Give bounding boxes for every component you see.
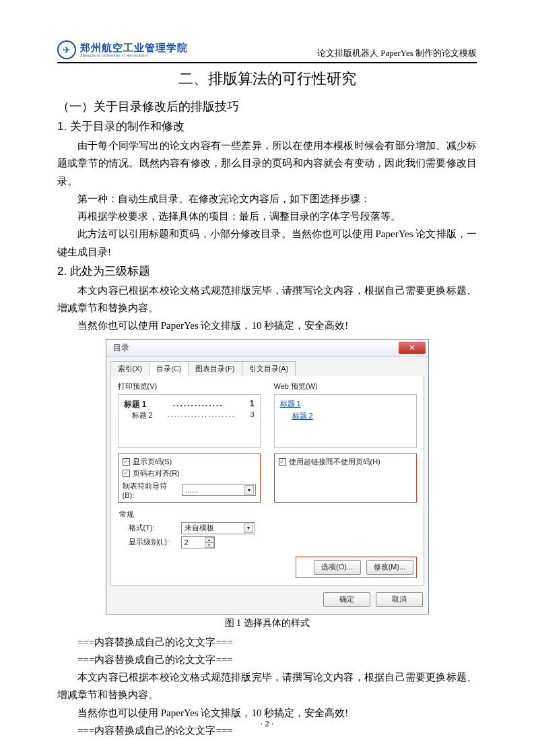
dialog-titlebar: 目录 ✕ <box>106 340 428 357</box>
section-heading-1: （一）关于目录修改后的排版技巧 <box>57 98 477 115</box>
hyperlink-option-group: ✓ 使用超链接而不使用页码(H) <box>274 453 417 503</box>
format-combo[interactable]: 来自模板 ▾ <box>181 522 255 534</box>
cancel-button[interactable]: 取消 <box>376 592 423 607</box>
levels-spinner[interactable]: 2 ▴▾ <box>181 536 215 548</box>
tab-leader-value: ...... <box>185 486 197 494</box>
subsection-heading-2: 2. 此处为三级标题 <box>57 263 477 279</box>
chevron-down-icon: ▾ <box>244 524 253 533</box>
dots-icon: .................... <box>167 410 235 420</box>
format-label: 格式(T): <box>129 523 176 533</box>
tab-leader-combo[interactable]: ...... ▾ <box>182 484 255 496</box>
dialog-tabs: 索引(X) 目录(C) 图表目录(F) 引文目录(A) <box>106 357 428 376</box>
modify-button[interactable]: 修改(M)... <box>366 560 413 575</box>
preview-link-1[interactable]: 标题 1 <box>280 399 411 409</box>
tab-toc[interactable]: 目录(C) <box>149 361 189 376</box>
levels-value: 2 <box>182 538 205 546</box>
preview-link-2[interactable]: 标题 2 <box>292 411 411 421</box>
hyperlink-label: 使用超链接而不使用页码(H) <box>289 457 380 467</box>
right-align-checkbox[interactable]: ✓ 页码右对齐(R) <box>123 468 256 478</box>
print-preview-label: 打印预览(V) <box>118 381 261 391</box>
logo: ✈ 郑州航空工业管理学院 Zhengzhou University of Aer… <box>57 40 188 59</box>
right-align-label: 页码右对齐(R) <box>133 468 180 478</box>
paragraph: ===内容替换成自己的论文文字=== <box>57 651 477 668</box>
dialog-figure: 目录 ✕ 索引(X) 目录(C) 图表目录(F) 引文目录(A) 打印预览(V)… <box>57 339 477 615</box>
tab-citations[interactable]: 引文目录(A) <box>242 361 296 376</box>
tab-figures[interactable]: 图表目录(F) <box>188 361 242 376</box>
tab-index[interactable]: 索引(X) <box>110 361 150 376</box>
general-section-label: 常规 <box>119 509 417 519</box>
paragraph: ===内容替换成自己的论文文字=== <box>57 633 477 651</box>
paragraph: 第一种：自动生成目录。在修改完论文内容后，如下图选择步骤： <box>57 190 477 208</box>
preview-page2: 3 <box>250 410 254 420</box>
logo-text: 郑州航空工业管理学院 Zhengzhou University of Aeron… <box>80 43 188 57</box>
dots-icon: .............. <box>173 399 224 410</box>
close-button[interactable]: ✕ <box>399 342 426 354</box>
subsection-heading-1: 1. 关于目录的制作和修改 <box>57 119 477 134</box>
paragraph: 再根据学校要求，选择具体的项目：最后，调整目录的字体字号段落等。 <box>57 208 477 225</box>
paragraph: 本文内容已根据本校论文格式规范排版完毕，请撰写论文内容，根据自己需要更换标题、增… <box>57 668 477 704</box>
web-preview-box: 标题 1 标题 2 <box>274 394 417 448</box>
show-page-label: 显示页码(S) <box>133 457 172 467</box>
figure-caption: 图 1 选择具体的样式 <box>57 617 477 629</box>
preview-heading1: 标题 1 <box>124 399 147 410</box>
paragraph: 当然你也可以使用 PaperYes 论文排版，10 秒搞定，安全高效! <box>57 317 477 334</box>
options-button[interactable]: 选项(O)... <box>314 560 361 575</box>
preview-heading2: 标题 2 <box>132 410 153 420</box>
page-options-group: ✓ 显示页码(S) ✓ 页码右对齐(R) 制表符前导符(B): ...... ▾ <box>118 453 261 503</box>
levels-label: 显示级别(L): <box>129 537 176 547</box>
paragraph: 本文内容已根据本校论文格式规范排版完毕，请撰写论文内容，根据自己需要更换标题、增… <box>57 282 477 317</box>
hyperlink-checkbox[interactable]: ✓ 使用超链接而不使用页码(H) <box>279 457 412 467</box>
chevron-up-icon: ▴ <box>205 537 214 542</box>
dialog-body: 打印预览(V) 标题 1 .............. 1 标题 2 .....… <box>110 376 424 586</box>
chapter-title: 二、排版算法的可行性研究 <box>57 69 477 89</box>
web-preview-label: Web 预览(W) <box>274 381 417 391</box>
page-number: · 2 · <box>0 718 534 729</box>
show-page-checkbox[interactable]: ✓ 显示页码(S) <box>123 457 256 467</box>
checkbox-icon: ✓ <box>279 458 286 466</box>
close-icon: ✕ <box>409 343 415 352</box>
ok-button[interactable]: 确定 <box>323 592 370 607</box>
paragraph: 此方法可以引用标题和页码，小部分修改目录。当然你也可以使用 PaperYes 论… <box>57 225 477 261</box>
logo-cn: 郑州航空工业管理学院 <box>80 43 188 53</box>
format-value: 来自模板 <box>185 523 214 533</box>
toc-dialog: 目录 ✕ 索引(X) 目录(C) 图表目录(F) 引文目录(A) 打印预览(V)… <box>106 339 429 615</box>
tab-leader-label: 制表符前导符(B): <box>123 481 178 499</box>
logo-en: Zhengzhou University of Aeronautics <box>80 53 188 57</box>
paragraph: 由于每个同学写出的论文内容有一些差异，所以在使用本模板时候会有部分增加、减少标题… <box>57 137 477 190</box>
header-right-text: 论文排版机器人 PaperYes 制作的论文模板 <box>317 47 477 59</box>
logo-icon: ✈ <box>57 40 76 59</box>
chevron-down-icon: ▾ <box>244 485 254 495</box>
chevron-down-icon: ▾ <box>205 542 214 548</box>
preview-page1: 1 <box>250 399 255 410</box>
dialog-title: 目录 <box>113 342 129 354</box>
checkbox-icon: ✓ <box>123 458 130 466</box>
dialog-buttons: 确定 取消 <box>106 586 428 614</box>
checkbox-icon: ✓ <box>123 470 130 477</box>
page-header: ✈ 郑州航空工业管理学院 Zhengzhou University of Aer… <box>57 40 477 63</box>
print-preview-box: 标题 1 .............. 1 标题 2 .............… <box>118 394 261 448</box>
